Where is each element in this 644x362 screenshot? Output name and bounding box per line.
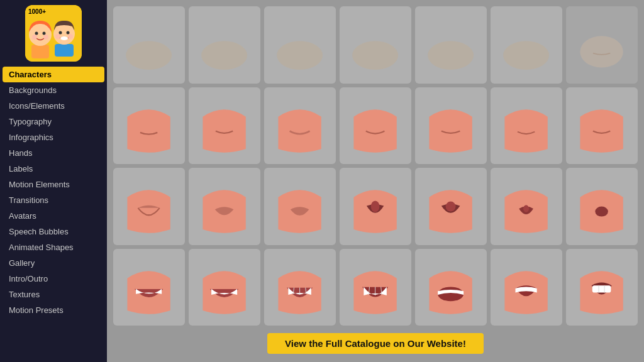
grid-cell[interactable]	[189, 6, 260, 84]
sidebar-item-avatars[interactable]: Avatars	[3, 208, 104, 224]
grid-cell[interactable]	[491, 249, 562, 326]
svg-point-33	[438, 287, 464, 301]
svg-point-13	[60, 36, 68, 40]
svg-point-22	[580, 36, 623, 68]
svg-point-10	[53, 23, 75, 45]
sidebar-item-icons-elements[interactable]: Icons/Elements	[3, 98, 104, 114]
svg-point-24	[446, 202, 456, 212]
sidebar-item-animated-shapes[interactable]: Animated Shapes	[3, 239, 104, 255]
svg-point-18	[277, 41, 323, 70]
mouth-grid	[113, 6, 638, 326]
sidebar-item-characters[interactable]: Characters	[3, 67, 104, 82]
grid-cell[interactable]	[264, 249, 336, 326]
cta-bar: View the Full Catalogue on Our Website!	[113, 331, 638, 356]
grid-cell[interactable]	[340, 6, 411, 84]
grid-cell[interactable]	[415, 249, 487, 326]
svg-point-15	[68, 34, 73, 39]
svg-point-25	[523, 206, 529, 212]
svg-point-14	[55, 34, 60, 39]
sidebar-item-typography[interactable]: Typography	[3, 114, 104, 129]
grid-cell[interactable]	[189, 168, 260, 245]
svg-point-20	[428, 41, 474, 70]
grid-cell[interactable]	[189, 87, 260, 165]
sidebar-item-backgrounds[interactable]: Backgrounds	[3, 82, 104, 98]
svg-point-7	[32, 35, 37, 40]
svg-rect-9	[55, 44, 74, 57]
svg-point-26	[596, 207, 609, 217]
grid-cell[interactable]	[566, 6, 638, 84]
svg-point-12	[67, 31, 70, 35]
grid-cell[interactable]	[340, 249, 411, 326]
grid-cell[interactable]	[491, 6, 562, 84]
grid-cell[interactable]	[566, 168, 638, 245]
app-logo: 1000+	[25, 5, 82, 62]
svg-rect-34	[592, 285, 611, 292]
cta-button[interactable]: View the Full Catalogue on Our Website!	[267, 333, 484, 354]
grid-cell[interactable]	[113, 168, 185, 245]
grid-cell[interactable]	[113, 87, 185, 165]
sidebar-item-speech-bubbles[interactable]: Speech Bubbles	[3, 224, 104, 239]
svg-text:1000+: 1000+	[28, 8, 46, 15]
sidebar-item-infographics[interactable]: Infographics	[3, 129, 104, 145]
svg-point-5	[35, 32, 38, 35]
svg-rect-3	[31, 45, 49, 58]
svg-point-8	[43, 35, 48, 40]
sidebar: 1000+	[0, 0, 107, 362]
grid-cell[interactable]	[113, 6, 185, 84]
svg-point-21	[504, 41, 550, 70]
grid-cell[interactable]	[415, 87, 487, 165]
sidebar-item-transitions[interactable]: Transitions	[3, 192, 104, 208]
grid-cell[interactable]	[566, 249, 638, 326]
grid-cell[interactable]	[264, 168, 336, 245]
sidebar-item-intro-outro[interactable]: Intro/Outro	[3, 271, 104, 287]
grid-cell[interactable]	[264, 6, 336, 84]
grid-cell[interactable]	[491, 168, 562, 245]
svg-point-11	[59, 31, 62, 35]
sidebar-item-hands[interactable]: Hands	[3, 145, 104, 161]
grid-cell[interactable]	[415, 168, 487, 245]
grid-cell[interactable]	[264, 87, 336, 165]
sidebar-item-motion-presets[interactable]: Motion Presets	[3, 302, 104, 318]
main-content: View the Full Catalogue on Our Website!	[107, 0, 644, 362]
grid-cell[interactable]	[340, 168, 411, 245]
grid-cell[interactable]	[491, 87, 562, 165]
svg-point-23	[371, 201, 380, 212]
grid-cell[interactable]	[340, 87, 411, 165]
grid-cell[interactable]	[415, 6, 487, 84]
sidebar-nav: CharactersBackgroundsIcons/ElementsTypog…	[0, 67, 107, 362]
svg-point-16	[126, 41, 172, 70]
svg-point-6	[43, 32, 46, 35]
sidebar-item-motion-elements[interactable]: Motion Elements	[3, 177, 104, 192]
grid-cell[interactable]	[113, 249, 185, 326]
sidebar-item-textures[interactable]: Textures	[3, 287, 104, 302]
grid-cell[interactable]	[189, 249, 260, 326]
svg-point-17	[202, 41, 248, 70]
sidebar-item-labels[interactable]: Labels	[3, 161, 104, 177]
sidebar-item-gallery[interactable]: Gallery	[3, 255, 104, 271]
grid-cell[interactable]	[566, 87, 638, 165]
svg-point-19	[353, 41, 399, 70]
